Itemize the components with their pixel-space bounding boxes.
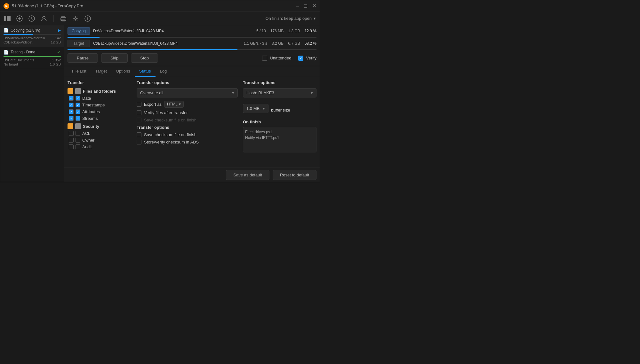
reset-default-button[interactable]: Reset to default — [273, 170, 316, 180]
export-label: Export as — [144, 102, 162, 107]
owner-label: Owner — [82, 138, 94, 143]
save-default-button[interactable]: Save as default — [226, 170, 269, 180]
data-cb-1[interactable] — [69, 96, 74, 101]
audit-cb-1[interactable] — [69, 144, 74, 149]
on-finish-title: On finish — [243, 120, 316, 124]
chevron-down-icon[interactable] — [314, 16, 316, 21]
buffer-label: buffer size — [271, 108, 290, 112]
buffer-arrow-icon: ▾ — [263, 106, 265, 111]
security-label: Security — [83, 124, 99, 129]
unattended-label: Unattended — [270, 56, 291, 60]
percent-stat: 12.9 % — [305, 29, 316, 33]
hash-value: Hash: BLAKE3 — [246, 90, 274, 95]
acl-cb-2[interactable] — [76, 131, 80, 136]
print-button[interactable] — [60, 16, 67, 21]
save-checksum-checkbox-1[interactable] — [137, 118, 141, 122]
minimize-button[interactable]: – — [296, 4, 299, 9]
job-header-2: 📄 Testing - Done ✓ — [4, 50, 61, 55]
copying-tag: Copying — [68, 27, 90, 35]
audit-cb-2[interactable] — [76, 144, 80, 149]
store-verify-checkbox[interactable] — [137, 140, 141, 144]
save-checksum-label-1: Save checksum file on finish — [144, 118, 196, 122]
job-item-2[interactable]: 📄 Testing - Done ✓ D:\Data\Documents 1 3… — [0, 47, 64, 69]
unattended-checkbox[interactable] — [262, 56, 267, 61]
audit-row: Audit — [69, 144, 132, 149]
hash-dropdown[interactable]: Hash: BLAKE3 ▾ — [243, 88, 316, 97]
timestamps-row: Timestamps — [69, 103, 132, 107]
tab-log[interactable]: Log — [156, 66, 172, 77]
overwrite-dropdown[interactable]: Overwrite all ▾ — [137, 88, 238, 97]
maximize-button[interactable]: □ — [304, 4, 307, 9]
job-item-1[interactable]: 📄 Copying (51.8 %) ▶ D:\Videos\Drone\Wat… — [0, 25, 64, 47]
export-checkbox[interactable] — [137, 102, 141, 107]
job-paths-1: D:\Videos\Drone\Waterfall\ 142 C:\Backup… — [4, 36, 61, 44]
save-checksum-checkbox-2[interactable] — [137, 132, 141, 137]
window-title: 51.8% done (1.1 GB/s) - TeraCopy Pro — [12, 4, 83, 8]
export-format-arrow-icon: ▾ — [179, 102, 181, 106]
copying-row: Copying D:\Videos\Drone\Waterfall\DJI_04… — [64, 25, 320, 37]
svg-point-13 — [87, 17, 88, 18]
buffer-dropdown[interactable]: 1.0 MB ▾ — [243, 104, 268, 113]
streams-cb-2[interactable] — [76, 116, 80, 121]
save-checksum-row-1: Save checksum file on finish — [137, 118, 238, 122]
right-options-title: Transfer options — [243, 80, 316, 85]
buffer-row: 1.0 MB ▾ buffer size — [243, 104, 316, 116]
job-name-1: 📄 Copying (51.8 %) — [4, 28, 40, 33]
tab-target[interactable]: Target — [91, 66, 111, 77]
toolbar-left — [4, 15, 91, 22]
settings-button[interactable] — [72, 15, 79, 22]
toolbar: On finish: keep app open — [0, 12, 320, 25]
verify-checkbox[interactable] — [298, 56, 303, 61]
close-button[interactable]: ✕ — [312, 4, 316, 9]
copying-stats: 5 / 10 176 MB 1.3 GB 12.9 % — [256, 29, 316, 33]
job-progress-bar-2 — [4, 56, 61, 57]
svg-rect-8 — [62, 19, 65, 21]
export-format-dropdown[interactable]: HTML ▾ — [164, 101, 184, 108]
user-button[interactable] — [41, 15, 47, 22]
tab-status[interactable]: Status — [135, 66, 156, 77]
source-size-stat: 176 MB — [270, 29, 284, 33]
streams-cb-1[interactable] — [69, 116, 74, 121]
transfer-options-1-title: Transfer options — [137, 80, 238, 85]
svg-point-9 — [65, 18, 65, 19]
buffer-value: 1.0 MB — [246, 106, 260, 111]
hash-arrow-icon: ▾ — [311, 90, 313, 95]
timestamps-cb-1[interactable] — [69, 103, 74, 107]
info-button[interactable] — [84, 15, 91, 22]
owner-cb-1[interactable] — [69, 138, 74, 143]
transfer-section: Copying D:\Videos\Drone\Waterfall\DJI_04… — [64, 25, 320, 66]
job-paths-2: D:\Data\Documents 1 352 No target 1.0 GB — [4, 58, 61, 66]
files-folders-row: Files and folders — [68, 88, 132, 94]
acl-cb-1[interactable] — [69, 131, 74, 136]
job-header-1: 📄 Copying (51.8 %) ▶ — [4, 28, 61, 33]
attributes-row: Attributes — [69, 109, 132, 114]
skip-button[interactable]: Skip — [101, 53, 128, 63]
app-icon: ▶ — [4, 3, 9, 9]
timestamps-cb-2[interactable] — [76, 103, 80, 107]
attributes-cb-1[interactable] — [69, 109, 74, 114]
target-free-stat: 6.7 GB — [288, 41, 300, 46]
add-button[interactable] — [16, 15, 23, 22]
tab-file-list[interactable]: File List — [68, 66, 91, 77]
right-column: Transfer options Hash: BLAKE3 ▾ 1.0 MB ▾… — [243, 80, 316, 164]
stop-button[interactable]: Stop — [131, 53, 158, 63]
security-category-row: Security — [68, 123, 132, 129]
job-path-row-dest: C:\Backup\Videos\ 12 GB — [4, 40, 61, 44]
owner-row: Owner — [69, 138, 132, 143]
tab-options[interactable]: Options — [111, 66, 135, 77]
data-label: Data — [82, 96, 91, 101]
panel-toggle-button[interactable] — [4, 16, 11, 21]
data-cb-2[interactable] — [76, 96, 80, 101]
verify-after-checkbox[interactable] — [137, 110, 141, 115]
attributes-cb-2[interactable] — [76, 109, 80, 114]
pause-button[interactable]: Pause — [68, 53, 98, 63]
title-bar-controls: – □ ✕ — [296, 4, 316, 9]
history-button[interactable] — [28, 15, 35, 22]
transfer-column: Transfer Files and folders Data — [68, 80, 132, 164]
save-checksum-label-2: Save checksum file on finish — [144, 132, 196, 137]
security-folder-icon — [68, 123, 73, 129]
acl-label: ACL — [82, 131, 90, 136]
overwrite-value: Overwrite all — [140, 90, 163, 95]
owner-cb-2[interactable] — [76, 138, 80, 143]
job-progress-fill-1 — [4, 34, 33, 35]
